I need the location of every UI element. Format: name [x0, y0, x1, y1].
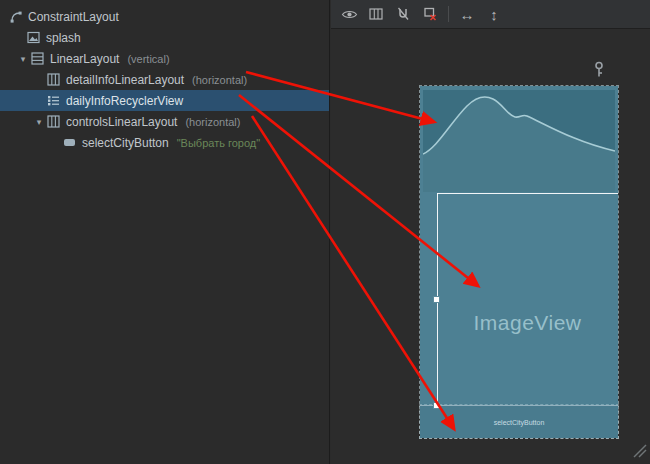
image-icon: [26, 30, 41, 45]
tree-item-constraintlayout[interactable]: ConstraintLayout: [0, 6, 329, 27]
button-text-value: "Выбрать город": [177, 137, 260, 149]
design-canvas[interactable]: ImageView selectCityButton: [331, 29, 650, 464]
recycler-view-list-icon: [46, 93, 61, 108]
tree-item-selectcitybutton[interactable]: selectCityButton "Выбрать город": [0, 132, 329, 153]
linear-layout-horizontal-icon: [46, 114, 61, 129]
toolbar-divider: [448, 6, 449, 22]
imageview-placeholder-label[interactable]: ImageView: [437, 311, 618, 335]
tree-item-label: controlsLinearLayout: [66, 115, 177, 129]
tree-item-linearlayout[interactable]: ▾ LinearLayout (vertical): [0, 48, 329, 69]
selection-handle-left[interactable]: [433, 296, 440, 303]
tree-item-dailyinforecyclerview[interactable]: dailyInfoRecyclerView: [0, 90, 329, 111]
column-grid-icon[interactable]: [367, 5, 385, 23]
tree-item-controlslinearlayout[interactable]: ▾ controlsLinearLayout (horizontal): [0, 111, 329, 132]
tree-item-label: LinearLayout: [50, 52, 119, 66]
selection-handle-bottom-left[interactable]: [433, 402, 440, 409]
view-options-eye-icon[interactable]: [340, 5, 358, 23]
tree-item-label: dailyInfoRecyclerView: [66, 94, 183, 108]
orientation-hint: (vertical): [127, 53, 169, 65]
weather-curve: [423, 90, 615, 192]
button-icon: [62, 135, 77, 150]
resize-grip-icon[interactable]: [633, 444, 647, 462]
device-preview[interactable]: ImageView selectCityButton: [420, 86, 618, 438]
linear-layout-vertical-icon: [30, 51, 45, 66]
constraint-layout-icon: [8, 9, 23, 24]
chevron-down-icon[interactable]: ▾: [16, 54, 30, 64]
tree-item-label: detailInfoLinearLayout: [66, 73, 184, 87]
android-studio-layout-editor: ConstraintLayout splash ▾ LinearLayout (…: [0, 0, 650, 464]
selection-border-top: [437, 193, 618, 194]
autoconnect-off-magnet-icon[interactable]: [394, 5, 412, 23]
linear-layout-horizontal-icon: [46, 72, 61, 87]
wrench-icon[interactable]: [593, 61, 605, 83]
chevron-down-icon[interactable]: ▾: [32, 117, 46, 127]
design-surface-panel: ↔ ↕ ImageView selectCityBu: [331, 0, 650, 464]
tree-item-detailinfolinearlayout[interactable]: detailInfoLinearLayout (horizontal): [0, 69, 329, 90]
clear-constraints-icon[interactable]: [421, 5, 439, 23]
component-tree-panel: ConstraintLayout splash ▾ LinearLayout (…: [0, 0, 330, 464]
chart-area[interactable]: [423, 90, 615, 192]
tree-item-label: ConstraintLayout: [28, 10, 119, 24]
expand-vertical-icon[interactable]: ↕: [485, 5, 503, 23]
tree-item-splash[interactable]: splash: [0, 27, 329, 48]
design-toolbar: ↔ ↕: [331, 0, 650, 29]
orientation-hint: (horizontal): [185, 116, 240, 128]
tree-item-label: selectCityButton: [82, 136, 169, 150]
tree-item-label: splash: [46, 31, 81, 45]
orientation-hint: (horizontal): [192, 74, 247, 86]
expand-horizontal-icon[interactable]: ↔: [458, 5, 476, 23]
select-city-button-preview[interactable]: selectCityButton: [494, 419, 545, 426]
bottom-button-bar[interactable]: selectCityButton: [420, 405, 618, 438]
